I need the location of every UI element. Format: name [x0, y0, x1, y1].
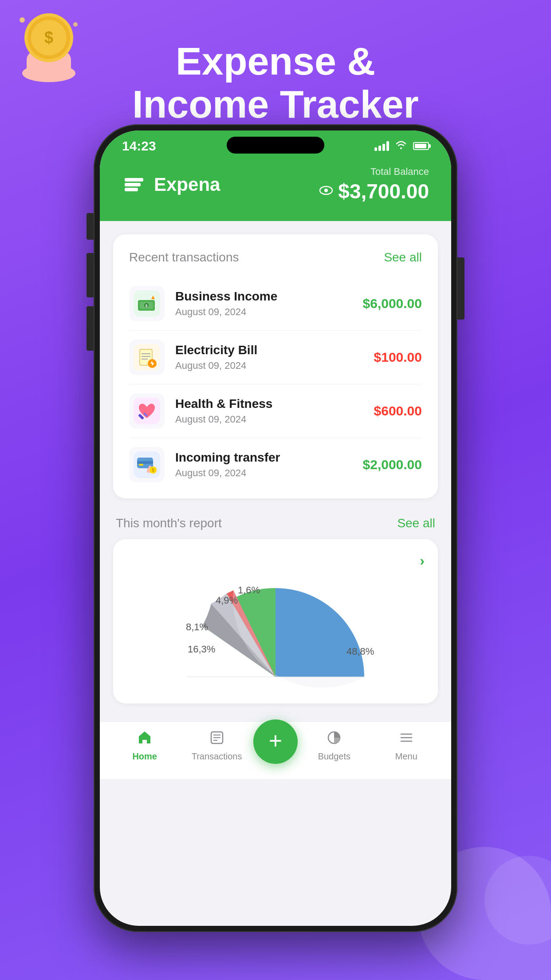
transaction-item[interactable]: $ Business Income August 09, 2024 $6,000…: [129, 277, 422, 331]
transaction-icon-transfer: $: [129, 447, 165, 482]
status-icons: [374, 140, 429, 152]
see-all-transactions-link[interactable]: See all: [384, 250, 422, 265]
wifi-icon: [395, 140, 407, 152]
menu-icon: [399, 730, 414, 749]
balance-amount-row: $3,700.00: [319, 179, 429, 203]
app-name: Expena: [154, 174, 220, 195]
plus-icon: +: [269, 729, 282, 752]
logo-icon: [122, 173, 146, 197]
chart-container: 48,8% 16,3% 8,1% 4,9% 1,6%: [126, 553, 425, 690]
transaction-icon-health: [129, 393, 165, 429]
svg-text:$: $: [145, 304, 147, 308]
transaction-date: August 09, 2024: [175, 360, 374, 371]
side-button: [87, 306, 94, 351]
transaction-date: August 09, 2024: [175, 467, 363, 479]
transaction-name: Incoming transfer: [175, 450, 363, 465]
transaction-amount: $600.00: [374, 403, 422, 419]
app-header: Expena Total Balance $3,700.00: [100, 157, 451, 221]
transaction-date: August 09, 2024: [175, 306, 363, 318]
nav-home[interactable]: Home: [109, 730, 180, 762]
card-header: Recent transactions See all: [129, 250, 422, 265]
transaction-amount: $6,000.00: [363, 296, 422, 311]
transaction-name: Business Income: [175, 289, 363, 304]
svg-point-7: [73, 22, 78, 27]
balance-amount: $3,700.00: [338, 179, 429, 203]
nav-transactions-label: Transactions: [192, 751, 242, 762]
side-button: [87, 253, 94, 297]
nav-transactions[interactable]: Transactions: [181, 730, 252, 762]
svg-point-9: [324, 189, 328, 192]
status-time: 14:23: [122, 138, 156, 154]
svg-rect-29: [137, 461, 153, 464]
transaction-date: August 09, 2024: [175, 414, 374, 425]
coin-decoration: $: [13, 7, 84, 84]
recent-transactions-card: Recent transactions See all: [113, 234, 438, 498]
svg-text:1,6%: 1,6%: [238, 585, 260, 596]
transaction-item[interactable]: Electricity Bill August 09, 2024 $100.00: [129, 331, 422, 384]
report-header: This month's report See all: [113, 507, 438, 539]
report-card: ›: [113, 539, 438, 703]
svg-text:4,9%: 4,9%: [216, 595, 238, 606]
svg-text:$: $: [152, 468, 154, 473]
bottom-nav: Home Transactions +: [100, 721, 451, 779]
transaction-icon-electricity: [129, 340, 165, 375]
eye-icon[interactable]: [319, 185, 333, 198]
transaction-name: Electricity Bill: [175, 343, 374, 357]
transaction-info: Electricity Bill August 09, 2024: [175, 343, 374, 371]
transaction-item[interactable]: Health & Fitness August 09, 2024 $600.00: [129, 384, 422, 438]
svg-text:16,3%: 16,3%: [188, 644, 215, 655]
balance-section: Total Balance $3,700.00: [319, 166, 429, 203]
transaction-name: Health & Fitness: [175, 397, 374, 411]
nav-budgets-label: Budgets: [318, 751, 350, 762]
signal-icon: [374, 141, 389, 151]
transaction-info: Incoming transfer August 09, 2024: [175, 450, 363, 479]
pie-chart: 48,8% 16,3% 8,1% 4,9% 1,6%: [160, 561, 391, 690]
transaction-item[interactable]: $ Incoming transfer August 09, 2024 $2,0…: [129, 438, 422, 482]
transaction-amount: $100.00: [374, 350, 422, 365]
see-all-report-link[interactable]: See all: [397, 516, 435, 530]
transaction-icon-business: $: [129, 286, 165, 321]
nav-budgets[interactable]: Budgets: [299, 730, 370, 762]
recent-transactions-title: Recent transactions: [129, 250, 239, 265]
logo-stacks: [125, 178, 143, 191]
svg-text:8,1%: 8,1%: [186, 621, 208, 632]
side-button: [87, 213, 94, 240]
svg-rect-30: [139, 464, 143, 466]
main-content: Recent transactions See all: [100, 221, 451, 721]
svg-text:48,8%: 48,8%: [346, 646, 374, 657]
nav-home-label: Home: [132, 751, 157, 762]
dynamic-island: [227, 137, 324, 154]
svg-point-6: [20, 17, 25, 23]
nav-menu-label: Menu: [395, 751, 417, 762]
transactions-icon: [209, 730, 224, 749]
monthly-report-section: This month's report See all ›: [113, 507, 438, 703]
svg-text:$: $: [44, 28, 53, 47]
side-button: [457, 257, 464, 320]
transaction-amount: $2,000.00: [363, 457, 422, 472]
report-title: This month's report: [116, 516, 222, 530]
nav-menu[interactable]: Menu: [371, 730, 442, 762]
app-logo: Expena: [122, 173, 220, 197]
fab-add-button[interactable]: +: [253, 719, 298, 764]
budgets-icon: [327, 730, 342, 749]
battery-icon: [413, 142, 429, 150]
phone-frame: 14:23: [94, 124, 457, 932]
transaction-info: Health & Fitness August 09, 2024: [175, 397, 374, 425]
transaction-info: Business Income August 09, 2024: [175, 289, 363, 318]
home-icon: [137, 730, 152, 749]
balance-label: Total Balance: [319, 166, 429, 178]
